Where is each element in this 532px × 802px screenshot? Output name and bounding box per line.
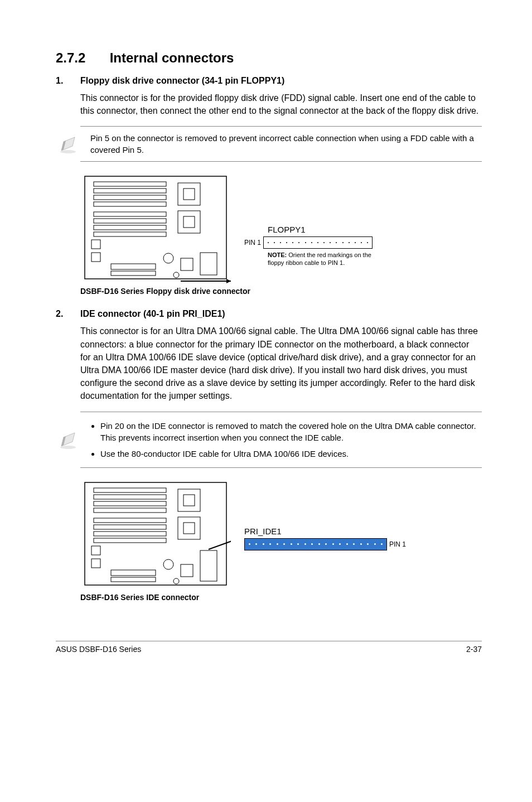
item-2-note-box: Pin 20 on the IDE connector is removed t… bbox=[80, 412, 482, 468]
ide-connector-label: PRI_IDE1 bbox=[244, 526, 406, 536]
svg-rect-47 bbox=[181, 564, 193, 577]
page-content: 2.7.2 Internal connectors 1. Floppy disk… bbox=[0, 0, 532, 624]
svg-rect-21 bbox=[181, 258, 193, 270]
footer-left: ASUS DSBF-D16 Series bbox=[56, 645, 141, 654]
item-1-index: 1. bbox=[56, 76, 80, 86]
pin1-label: PIN 1 bbox=[389, 540, 406, 548]
item-2-bullet-1: Pin 20 on the IDE connector is removed t… bbox=[100, 418, 480, 446]
motherboard-diagram-1 bbox=[80, 172, 231, 283]
svg-rect-20 bbox=[200, 253, 217, 275]
svg-rect-35 bbox=[94, 525, 166, 529]
svg-point-23 bbox=[173, 272, 179, 278]
item-2-figure: PRI_IDE1 PIN 1 bbox=[80, 478, 482, 590]
svg-rect-40 bbox=[178, 517, 200, 539]
svg-rect-34 bbox=[94, 518, 166, 523]
svg-rect-30 bbox=[94, 488, 166, 492]
svg-marker-25 bbox=[226, 279, 231, 283]
svg-rect-11 bbox=[94, 232, 166, 236]
svg-point-48 bbox=[163, 559, 173, 569]
item-2-index: 2. bbox=[56, 309, 80, 319]
footer-right: 2-37 bbox=[466, 645, 482, 654]
item-1-title: Floppy disk drive connector (34-1 pin FL… bbox=[80, 76, 284, 86]
svg-line-50 bbox=[209, 539, 231, 549]
svg-rect-37 bbox=[94, 538, 166, 543]
svg-rect-18 bbox=[111, 264, 156, 269]
section-number: 2.7.2 bbox=[56, 50, 106, 66]
svg-rect-12 bbox=[178, 183, 200, 205]
floppy-connector-label: FLOPPY1 bbox=[268, 225, 385, 234]
item-1-note-row: Pin 5 on the connector is removed to pre… bbox=[56, 126, 482, 162]
svg-rect-39 bbox=[183, 495, 195, 506]
svg-rect-8 bbox=[94, 212, 166, 216]
svg-rect-14 bbox=[178, 211, 200, 233]
item-2-bullet-2: Use the 80-conductor IDE cable for Ultra… bbox=[100, 446, 480, 462]
svg-rect-6 bbox=[94, 195, 166, 200]
motherboard-diagram-2 bbox=[80, 478, 231, 590]
svg-rect-38 bbox=[178, 489, 200, 511]
svg-point-22 bbox=[163, 253, 173, 263]
item-2-title: IDE connector (40-1 pin PRI_IDE1) bbox=[80, 309, 225, 319]
page-footer: ASUS DSBF-D16 Series 2-37 bbox=[56, 641, 482, 654]
floppy-note-small: NOTE: Orient the red markings on the flo… bbox=[268, 251, 385, 267]
svg-point-0 bbox=[60, 150, 76, 153]
item-2-paragraph: This connector is for an Ultra DMA 100/6… bbox=[80, 325, 482, 402]
svg-rect-17 bbox=[91, 253, 100, 262]
section-heading: 2.7.2 Internal connectors bbox=[56, 50, 482, 66]
svg-point-26 bbox=[60, 446, 76, 449]
svg-rect-5 bbox=[94, 189, 166, 193]
item-1-paragraph: This connector is for the provided flopp… bbox=[80, 91, 482, 117]
svg-rect-10 bbox=[94, 225, 166, 230]
svg-point-49 bbox=[173, 578, 179, 584]
svg-rect-43 bbox=[91, 559, 100, 568]
item-1-note-box: Pin 5 on the connector is removed to pre… bbox=[80, 126, 482, 162]
item-2-caption: DSBF-D16 Series IDE connector bbox=[80, 593, 482, 602]
floppy-connector-callout: FLOPPY1 PIN 1 NOTE: Orient the red marki… bbox=[244, 225, 385, 267]
floppy-connector-icon bbox=[263, 236, 373, 249]
svg-rect-29 bbox=[85, 482, 226, 585]
svg-rect-19 bbox=[111, 271, 156, 276]
item-1-figure: FLOPPY1 PIN 1 NOTE: Orient the red marki… bbox=[80, 172, 482, 283]
svg-rect-15 bbox=[183, 216, 195, 228]
svg-rect-13 bbox=[183, 189, 195, 200]
ide-connector-callout: PRI_IDE1 PIN 1 bbox=[244, 526, 406, 550]
svg-rect-4 bbox=[94, 182, 166, 186]
item-2-note-row: Pin 20 on the IDE connector is removed t… bbox=[56, 412, 482, 468]
svg-rect-16 bbox=[91, 240, 100, 249]
svg-rect-36 bbox=[94, 532, 166, 536]
ide-connector-icon bbox=[244, 538, 387, 550]
svg-rect-41 bbox=[183, 523, 195, 534]
svg-rect-31 bbox=[94, 495, 166, 499]
pencil-icon bbox=[56, 134, 80, 154]
svg-rect-7 bbox=[94, 202, 166, 206]
svg-rect-46 bbox=[200, 550, 217, 581]
item-2-header: 2. IDE connector (40-1 pin PRI_IDE1) bbox=[56, 309, 482, 319]
svg-rect-32 bbox=[94, 501, 166, 506]
item-1-caption: DSBF-D16 Series Floppy disk drive connec… bbox=[80, 287, 482, 296]
svg-rect-42 bbox=[91, 546, 100, 555]
section-title: Internal connectors bbox=[110, 50, 234, 65]
pencil-icon bbox=[56, 429, 80, 450]
svg-rect-9 bbox=[94, 219, 166, 223]
svg-rect-3 bbox=[85, 176, 226, 279]
svg-rect-44 bbox=[111, 570, 156, 576]
item-1-header: 1. Floppy disk drive connector (34-1 pin… bbox=[56, 76, 482, 86]
svg-rect-33 bbox=[94, 508, 166, 513]
svg-rect-45 bbox=[111, 577, 156, 582]
pin1-label: PIN 1 bbox=[244, 239, 261, 247]
